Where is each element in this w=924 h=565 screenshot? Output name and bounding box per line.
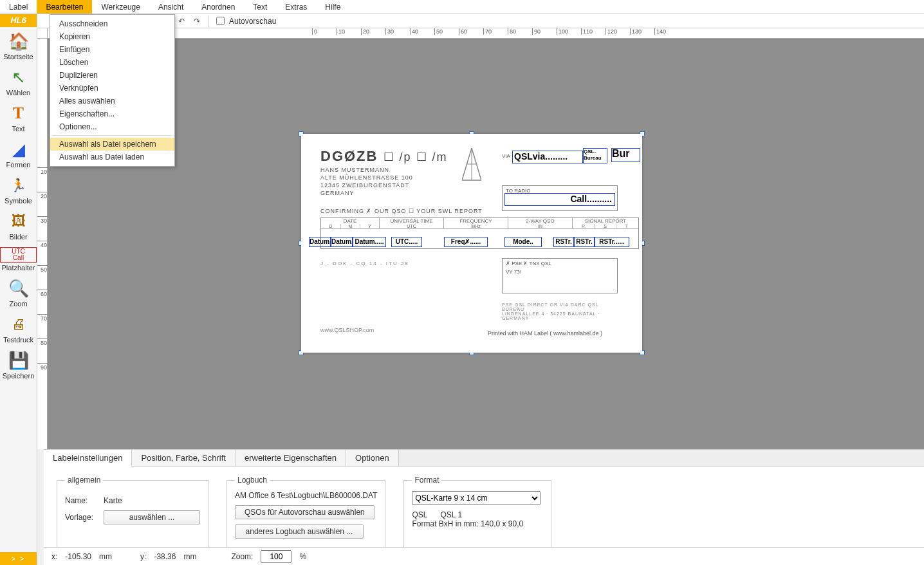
redo-button[interactable]: ↷ — [191, 15, 203, 27]
status-mm: mm — [99, 552, 112, 561]
shapes-icon: ◢ — [8, 139, 29, 160]
tool-testdruck[interactable]: 🖨Testdruck — [0, 310, 37, 346]
tab-labeleinstellungen[interactable]: Labeleinstellungen — [44, 450, 132, 467]
menu-einfuegen[interactable]: Einfügen — [50, 43, 174, 56]
ph-qslvia[interactable]: QSLvia......... — [512, 151, 583, 163]
menu-verknuepfen[interactable]: Verknüpfen — [50, 82, 174, 95]
fieldset-logbuch: Logbuch AM Office 6 Test\Logbuch\LB60000… — [226, 476, 385, 548]
qslshop-link: www.QSLSHOP.com — [320, 327, 374, 333]
fieldset-format: Format QSL-Karte 9 x 14 cm QSL QSL 1 For… — [403, 476, 551, 548]
ph-datum1[interactable]: Datum. — [309, 237, 331, 247]
sidebar-expander[interactable]: > > — [0, 552, 37, 565]
menu-anordnen[interactable]: Anordnen — [192, 0, 244, 14]
status-x-label: x: — [51, 552, 57, 561]
ph-rstr1[interactable]: RSTr. — [553, 237, 574, 247]
menu-duplizieren[interactable]: Duplizieren — [50, 69, 174, 82]
format-dims: Format BxH in mm: 140,0 x 90,0 — [412, 519, 543, 528]
bureau-note: PSE QSL DIRECT OR VIA DARC QSL BUREAU LI… — [502, 302, 621, 320]
vorlage-auswaehlen-button[interactable]: auswählen ... — [104, 510, 200, 524]
format-qsl: QSL — [412, 510, 427, 519]
menu-loeschen[interactable]: Löschen — [50, 56, 174, 69]
status-y-value: -38.36 — [154, 552, 176, 561]
tool-text[interactable]: TText — [0, 99, 37, 135]
image-icon: 🖼 — [8, 211, 29, 232]
properties-panel: Labeleinstellungen Position, Farbe, Schr… — [44, 449, 924, 547]
ph-bur[interactable]: Bur — [611, 148, 640, 162]
label-name: Name: — [65, 496, 97, 505]
ph-mode[interactable]: Mode.. — [504, 237, 542, 247]
menu-label[interactable]: Label — [0, 0, 37, 14]
tab-position-farbe-schrift[interactable]: Position, Farbe, Schrift — [132, 450, 236, 466]
ruler-vertical: 10 20 30 40 50 60 70 80 90 — [37, 39, 48, 449]
tool-waehlen[interactable]: ↖Wählen — [0, 63, 37, 99]
logbuch-path: AM Office 6 Test\Logbuch\LB600006.DAT — [235, 491, 377, 500]
app-badge: HL6 — [0, 14, 37, 27]
status-bar: x: -105.30 mm y: -38.36 mm Zoom: % — [44, 547, 924, 565]
format-select[interactable]: QSL-Karte 9 x 14 cm — [412, 491, 541, 505]
menu-eigenschaften[interactable]: Eigenschaften... — [50, 107, 174, 120]
menu-optionen[interactable]: Optionen... — [50, 120, 174, 133]
menu-auswahl-speichern[interactable]: Auswahl als Datei speichern — [50, 138, 174, 151]
menu-auswahl-laden[interactable]: Auswahl aus Datei laden — [50, 151, 174, 163]
tab-optionen[interactable]: Optionen — [346, 450, 399, 466]
zoom-input[interactable] — [261, 550, 291, 563]
label-vorlage: Vorlage: — [65, 513, 97, 522]
ph-freq[interactable]: Freq✗...... — [444, 237, 488, 247]
tool-startseite[interactable]: 🏠Startseite — [0, 27, 37, 63]
menu-werkzeuge[interactable]: Werkzeuge — [92, 0, 149, 14]
props-tabs: Labeleinstellungen Position, Farbe, Schr… — [44, 450, 924, 467]
pse-box: ✗ PSE ✗ TNX QSL VY 73! — [502, 258, 618, 293]
status-y-label: y: — [140, 552, 146, 561]
ph-rstr3[interactable]: RSTr...... — [595, 237, 629, 247]
tool-formen[interactable]: ◢Formen — [0, 135, 37, 171]
menu-kopieren[interactable]: Kopieren — [50, 30, 174, 43]
tool-platzhalter[interactable]: UTCCallPlatzhalter — [0, 243, 37, 274]
address: HANS MUSTERMANN ALTE MÜHLENSTRASSE 100 1… — [320, 166, 413, 197]
placeholder-icon: UTCCall — [0, 247, 37, 263]
ph-datum2[interactable]: Datum. — [331, 237, 353, 247]
confirm-line: CONFIRMING ✗ OUR QSO ☐ YOUR SWL REPORT — [320, 208, 483, 214]
menu-extras[interactable]: Extras — [276, 0, 316, 14]
pointer-icon: ↖ — [8, 67, 29, 88]
menu-bearbeiten[interactable]: Bearbeiten — [37, 0, 92, 14]
anderes-logbuch-button[interactable]: anderes Logbuch auswählen ... — [235, 524, 364, 539]
qsl-card: DGØZB ☐ /p ☐ /m HANS MUSTERMANN ALTE MÜH… — [301, 134, 642, 353]
autovorschau-checkbox[interactable]: Autovorschau — [214, 15, 276, 27]
bearbeiten-dropdown: Ausschneiden Kopieren Einfügen Löschen D… — [50, 14, 175, 167]
ph-utc[interactable]: UTC..... — [391, 237, 422, 247]
menu-alles-auswaehlen[interactable]: Alles auswählen — [50, 95, 174, 107]
status-x-value: -105.30 — [65, 552, 91, 561]
status-pct: % — [299, 552, 306, 561]
status-zoom-label: Zoom: — [231, 552, 253, 561]
ruler-horizontal: 0 10 20 30 40 50 60 70 80 90 100 110 120… — [48, 28, 924, 39]
print-icon: 🖨 — [8, 314, 29, 335]
ph-call[interactable]: Call.......... — [504, 193, 615, 206]
home-icon: 🏠 — [8, 31, 29, 51]
separator — [208, 15, 208, 27]
text-icon: T — [8, 103, 29, 124]
ph-datum3[interactable]: Datum..... — [353, 237, 386, 247]
menu-ausschneiden[interactable]: Ausschneiden — [50, 17, 174, 30]
menu-bar: Label Bearbeiten Werkzeuge Ansicht Anord… — [0, 0, 924, 14]
printedwith: Printed with HAM Label ( www.hamlabel.de… — [488, 330, 602, 337]
footer-note: J - DOK - CQ 14 - ITU 28 — [320, 261, 409, 266]
tab-erweiterte-eigenschaften[interactable]: erweiterte Eigenschaften — [236, 450, 346, 466]
undo-button[interactable]: ↶ — [176, 15, 187, 27]
save-icon: 💾 — [8, 350, 29, 371]
tool-zoom[interactable]: 🔍Zoom — [0, 274, 37, 310]
callsign: DGØZB ☐ /p ☐ /m — [320, 148, 448, 165]
menu-text[interactable]: Text — [244, 0, 276, 14]
menu-hilfe[interactable]: Hilfe — [316, 0, 349, 14]
sidebar: HL6 🏠Startseite ↖Wählen TText ◢Formen 🏃S… — [0, 14, 37, 565]
menu-ansicht[interactable]: Ansicht — [149, 0, 192, 14]
tool-bilder[interactable]: 🖼Bilder — [0, 207, 37, 243]
zoom-icon: 🔍 — [8, 278, 29, 299]
props-body: allgemein Name: Karte Vorlage: auswählen… — [44, 467, 924, 557]
label-page[interactable]: DGØZB ☐ /p ☐ /m HANS MUSTERMANN ALTE MÜH… — [301, 134, 642, 353]
tool-speichern[interactable]: 💾Speichern — [0, 346, 37, 382]
autovorschau-input[interactable] — [216, 17, 225, 25]
tool-symbole[interactable]: 🏃Symbole — [0, 171, 37, 207]
qsos-auswaehlen-button[interactable]: QSOs für Autovorschau auswählen — [235, 505, 374, 519]
ph-qslbureau[interactable]: QSL-Bureau — [583, 148, 607, 163]
ph-rstr2[interactable]: RSTr. — [574, 237, 595, 247]
